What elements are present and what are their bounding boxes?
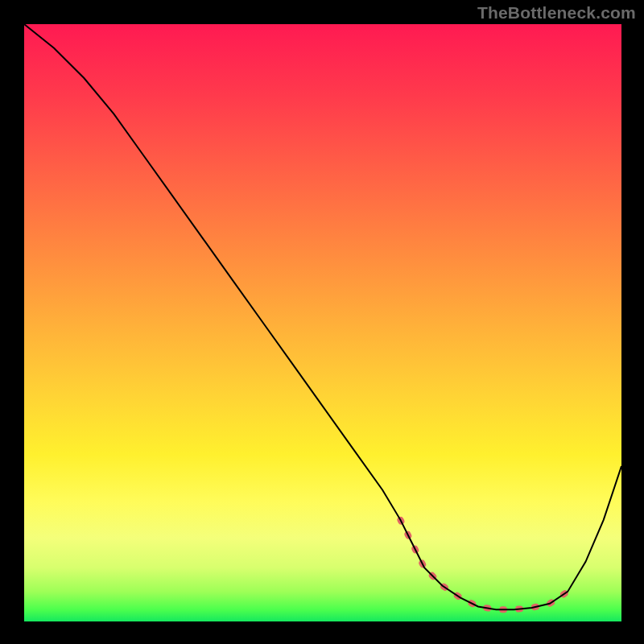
chart-svg <box>24 24 621 621</box>
plot-area <box>24 24 621 621</box>
curve-series <box>24 24 621 609</box>
chart-container: TheBottleneck.com <box>0 0 644 644</box>
highlight-series <box>400 520 568 609</box>
watermark-text: TheBottleneck.com <box>477 3 636 23</box>
